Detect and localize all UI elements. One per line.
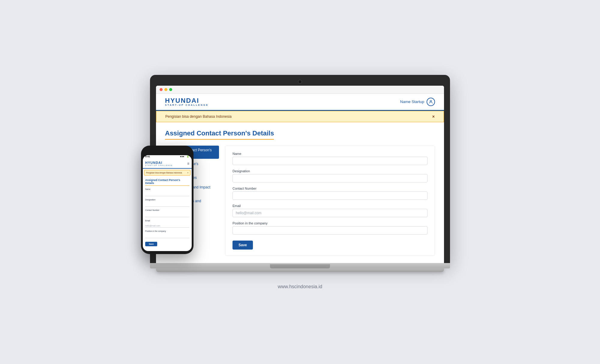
brand-name: HYUNDAI	[165, 97, 208, 104]
laptop-camera-bar	[156, 80, 444, 84]
hyundai-logo: HYUNDAI START-UP CHALLENGE	[165, 97, 208, 106]
phone-position-input[interactable]	[145, 235, 189, 238]
phone-name-label: Name	[145, 188, 189, 190]
phone-save-button[interactable]: Save	[145, 242, 157, 246]
phone-alert-close-icon[interactable]: ×	[187, 172, 188, 174]
footer-url: www.hscindonesia.id	[278, 284, 322, 289]
browser-maximize-dot	[169, 88, 172, 91]
name-field-group: Name	[232, 152, 428, 165]
alert-close-button[interactable]: ×	[432, 114, 435, 119]
name-label: Name	[232, 152, 428, 155]
position-input[interactable]	[232, 226, 428, 235]
phone-device: 9:41 ●●● 🔋 HYUNDAI START-UP CHALLENGE	[141, 146, 194, 254]
phone-email-field-group: Email	[145, 220, 189, 228]
phone-screen: 9:41 ●●● 🔋 HYUNDAI START-UP CHALLENGE	[143, 155, 192, 251]
phone-designation-label: Designation	[145, 199, 189, 201]
phone-status-icons: ●●● 🔋	[180, 155, 189, 158]
phone-contact-label: Contact Number	[145, 209, 189, 211]
phone-email-label: Email	[145, 220, 189, 222]
laptop-stand	[156, 268, 444, 272]
phone-brand: HYUNDAI	[145, 161, 173, 164]
form-area: Name Designation Contact Number	[225, 146, 435, 256]
phone-alert-banner: Pengisian bisa dengan Bahasa Indonesia ×	[144, 170, 190, 176]
phone-name-field-group: Name	[145, 188, 189, 196]
save-button[interactable]: Save	[232, 241, 253, 250]
phone-designation-input[interactable]	[145, 203, 189, 207]
designation-field-group: Designation	[232, 169, 428, 182]
browser-close-dot	[160, 88, 163, 91]
scene: 9:41 ●●● 🔋 HYUNDAI START-UP CHALLENGE	[105, 75, 495, 289]
phone-content: Assigned Contact Person's Details Name D…	[143, 177, 192, 248]
phone-app-header: HYUNDAI START-UP CHALLENGE ≡	[143, 159, 192, 169]
email-label: Email	[232, 204, 428, 208]
contact-label: Contact Number	[232, 187, 428, 190]
phone-signal: ●●●	[180, 155, 184, 158]
app-header: HYUNDAI START-UP CHALLENGE Name Startup	[156, 94, 444, 111]
phone-contact-input[interactable]	[145, 214, 189, 217]
laptop-device: HYUNDAI START-UP CHALLENGE Name Startup	[150, 75, 450, 272]
app-main-content: Assigned Contact Person's Details Assign…	[156, 122, 444, 263]
svg-point-0	[430, 100, 431, 102]
contact-field-group: Contact Number	[232, 187, 428, 200]
alert-banner: Pengisian bisa dengan Bahasa Indonesia ×	[156, 111, 444, 122]
laptop-base	[150, 263, 450, 268]
name-input[interactable]	[232, 157, 428, 165]
phone-page-title: Assigned Contact Person's Details	[145, 179, 189, 186]
position-label: Position in the company	[232, 221, 428, 225]
phone-designation-field-group: Designation	[145, 199, 189, 207]
alert-text: Pengisian bisa dengan Bahasa Indonesia	[165, 114, 232, 119]
laptop-camera	[298, 80, 302, 84]
phone-position-label: Position in the company	[145, 230, 189, 232]
email-input[interactable]	[232, 209, 428, 217]
phone-name-input[interactable]	[145, 193, 189, 196]
phone-alert-text: Pengisian bisa dengan Bahasa Indonesia	[146, 172, 182, 174]
designation-input[interactable]	[232, 174, 428, 182]
devices-row: 9:41 ●●● 🔋 HYUNDAI START-UP CHALLENGE	[150, 75, 450, 272]
phone-contact-field-group: Contact Number	[145, 209, 189, 217]
position-field-group: Position in the company	[232, 221, 428, 235]
browser-minimize-dot	[164, 88, 167, 91]
header-user-area: Name Startup	[400, 98, 435, 106]
email-field-group: Email	[232, 204, 428, 217]
user-name: Name Startup	[400, 99, 424, 104]
phone-status-bar: 9:41 ●●● 🔋	[143, 155, 192, 159]
phone-time: 9:41	[145, 155, 150, 158]
phone-notch	[158, 149, 176, 154]
content-layout: Assigned Contact Person's Details Social…	[165, 146, 435, 256]
phone-email-input[interactable]	[145, 224, 189, 228]
phone-logo: HYUNDAI START-UP CHALLENGE	[145, 161, 173, 166]
designation-label: Designation	[232, 169, 428, 173]
hamburger-icon[interactable]: ≡	[187, 161, 189, 166]
phone-position-field-group: Position in the company	[145, 230, 189, 238]
phone-body: 9:41 ●●● 🔋 HYUNDAI START-UP CHALLENGE	[141, 146, 194, 254]
user-avatar-icon[interactable]	[427, 98, 435, 106]
page-title: Assigned Contact Person's Details	[165, 129, 274, 140]
laptop-body: HYUNDAI START-UP CHALLENGE Name Startup	[150, 75, 450, 263]
phone-sub: START-UP CHALLENGE	[145, 164, 173, 166]
brand-sub: START-UP CHALLENGE	[165, 104, 208, 106]
phone-battery: 🔋	[186, 155, 189, 158]
laptop-screen: HYUNDAI START-UP CHALLENGE Name Startup	[156, 86, 444, 263]
contact-input[interactable]	[232, 191, 428, 200]
browser-toolbar	[156, 86, 444, 94]
